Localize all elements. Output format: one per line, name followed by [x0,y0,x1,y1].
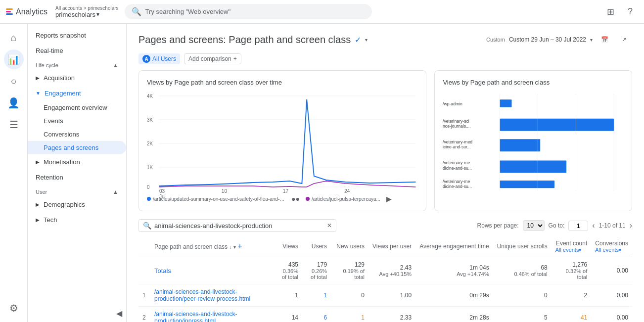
col-views-header[interactable]: Views [274,236,302,257]
search-bar[interactable]: 🔍 Try searching "Web overview" [125,4,372,19]
title-dropdown[interactable]: ▾ [365,37,368,43]
row-2-event-count[interactable]: 41 [552,307,592,322]
totals-conversions: 0.00 [591,257,632,284]
col-avg-engagement-header[interactable]: Average engagement time [415,236,493,257]
share-calendar-icon[interactable]: 📅 [597,32,612,47]
sidebar-item-retention[interactable]: Retention [28,170,126,185]
logo-bar-1 [6,8,13,10]
sidebar-item-tech[interactable]: ▶ Tech [28,212,126,228]
conversions-all-events-link[interactable]: All events▾ [595,247,628,253]
logo-bar-3 [6,13,13,15]
sidebar-item-engagement[interactable]: ▼ Engagement [28,86,126,101]
help-icon[interactable]: ? [622,4,638,20]
topbar: Analytics All accounts > primescholars p… [0,0,644,24]
main-layout: ⌂ 📊 ○ 👤 ☰ ⚙ Reports snapshot Real-time L… [0,24,644,322]
table-section: 🔍 ✕ Rows per page: 10 25 50 Go to: ‹ 1-1… [127,219,644,322]
col-views-per-user-header[interactable]: Views per user [368,236,415,257]
row-2-path[interactable]: /animal-sciences-and-livestock-productio… [150,307,274,322]
svg-rect-19 [500,99,512,107]
user-collapse[interactable]: ▲ [113,189,118,195]
svg-rect-23 [500,181,555,188]
col-conversions-header[interactable]: Conversions All events▾ [591,236,632,257]
search-filter[interactable]: 🔍 ✕ [138,219,336,232]
sidebar-item-events[interactable]: Events [28,114,126,128]
account-name[interactable]: primescholars ▾ [55,11,119,18]
sidebar-item-demographics[interactable]: ▶ Demographics [28,197,126,212]
charts-row: Views by Page path and screen class over… [127,70,644,211]
bar-chart-box: Views by Page path and screen class /wp-… [434,70,632,211]
svg-text:/veterinary-sci: /veterinary-sci [443,119,469,124]
data-table: Page path and screen class ↓ ▾ + Views U… [138,236,632,322]
x-label-1: 03Jul [159,188,166,199]
search-placeholder: Try searching "Web overview" [145,8,231,15]
col-unique-scrolls-header[interactable]: Unique user scrolls [493,236,552,257]
explore-icon[interactable]: ○ [4,71,24,91]
line-chart-title: Views by Page path and screen class over… [147,79,418,86]
col-users-header[interactable]: Users [302,236,331,257]
svg-rect-22 [500,160,567,173]
row-1-users[interactable]: 1 [302,284,331,307]
row-2-new-users[interactable]: 1 [331,307,368,322]
sidebar-item-real-time[interactable]: Real-time [28,43,126,58]
add-icon: + [233,55,237,62]
sidebar: Reports snapshot Real-time Life cycle ▲ … [28,24,127,322]
svg-text:dicine-and-su...: dicine-and-su... [443,166,472,171]
logo-bar-2 [6,11,11,12]
dropdown-arrow: ▾ [96,11,99,18]
sidebar-collapse-btn[interactable]: ◀ [116,309,122,318]
tech-chevron: ▶ [36,217,40,223]
prev-page-btn[interactable]: ‹ [592,221,595,230]
col-event-count-header[interactable]: Event count All events▾ [552,236,592,257]
rows-per-page-select[interactable]: 10 25 50 [523,220,545,231]
totals-event-count: 1,276 0.32% of total [552,257,592,284]
sidebar-item-acquisition[interactable]: ▶ Acquisition [28,70,126,86]
row-2-users[interactable]: 6 [302,307,331,322]
reports-icon[interactable]: 📊 [4,49,24,69]
sidebar-item-engagement-overview[interactable]: Engagement overview [28,101,126,114]
totals-views-per-user: 2.43 Avg +40.15% [368,257,415,284]
configure-icon[interactable]: ☰ [4,115,24,135]
sidebar-item-reports-snapshot[interactable]: Reports snapshot [28,28,126,43]
sidebar-item-conversions[interactable]: Conversions [28,128,126,141]
line-chart-svg: 4K 3K 2K 1K 0 [147,92,418,191]
sidebar-nav: Reports snapshot Real-time Life cycle ▲ … [28,24,126,231]
home-icon[interactable]: ⌂ [4,28,24,47]
row-1-conversions: 0.00 [591,284,632,307]
col-add-btn[interactable]: + [237,242,242,250]
row-1-path[interactable]: /animal-sciences-and-livestock-productio… [150,284,274,307]
app-logo: Analytics [6,7,47,16]
totals-label: Totals [150,257,274,284]
share-icon[interactable]: ↗ [616,32,632,47]
clear-search-btn[interactable]: ✕ [327,222,332,229]
col-new-users-header[interactable]: New users [331,236,368,257]
all-users-badge[interactable]: A All Users [138,53,180,64]
grid-icon[interactable]: ⊞ [602,4,618,20]
add-comparison-btn[interactable]: Add comparison + [184,53,241,64]
lifecycle-collapse[interactable]: ▲ [113,62,118,68]
row-2-unique-scrolls: 5 [493,307,552,322]
date-dropdown[interactable]: ▾ [590,37,593,43]
page-title: Pages and screens: Page path and screen … [138,34,368,46]
x-label-3: 17 [283,188,288,199]
page-number-input[interactable] [568,221,588,231]
pagination-controls: Rows per page: 10 25 50 Go to: ‹ 1-10 of… [477,220,632,231]
sidebar-item-monetisation[interactable]: ▶ Monetisation [28,154,126,170]
verified-icon: ✓ [355,35,361,45]
table-header: Page path and screen class ↓ ▾ + Views U… [138,236,632,257]
audience-icon[interactable]: 👤 [4,93,24,113]
sidebar-item-pages-and-screens[interactable]: Pages and screens [28,141,126,154]
settings-icon[interactable]: ⚙ [4,298,24,318]
table-search-input[interactable] [154,222,324,230]
next-page-btn[interactable]: › [630,221,632,230]
row-1-event-count: 2 [552,284,592,307]
table-row: 2 /animal-sciences-and-livestock-product… [138,307,632,322]
row-1-views-per-user: 1.00 [368,284,415,307]
date-range[interactable]: Custom 29 Jun – 30 Jul 2022 [509,36,586,43]
account-selector[interactable]: All accounts > primescholars primeschola… [55,5,119,18]
totals-new-users: 129 0.19% of total [331,257,368,284]
col-page-path-header[interactable]: Page path and screen class ↓ ▾ + [150,236,274,257]
all-events-link[interactable]: All events▾ [555,247,588,253]
demographics-chevron: ▶ [36,202,40,207]
sort-arrow: ↓ [229,244,231,250]
col-dropdown[interactable]: ▾ [233,244,236,250]
